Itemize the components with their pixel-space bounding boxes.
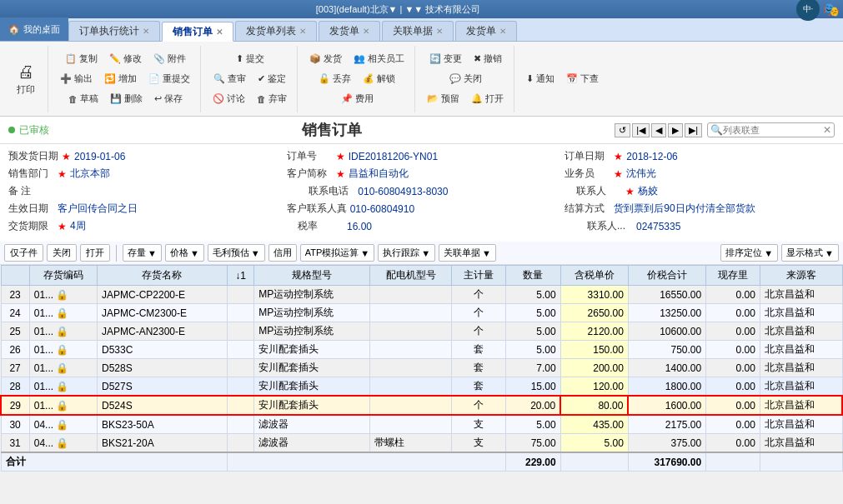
source-cell: 北京昌益和 bbox=[760, 322, 842, 341]
pre-ship-date-field: 预发货日期 ★ 2019-01-06 bbox=[8, 149, 278, 163]
nav-last[interactable]: ▶| bbox=[685, 123, 702, 137]
table-row[interactable]: 3004... 🔒BKS23-50A滤波器支5.00435.002175.000… bbox=[1, 415, 842, 434]
tab-shipment[interactable]: 发货单 ✕ bbox=[319, 21, 380, 41]
col-sort[interactable]: ↓1 bbox=[227, 266, 254, 286]
tab-shipment2[interactable]: 发货单 ✕ bbox=[455, 21, 517, 41]
delete-icon: 🗑 bbox=[68, 94, 78, 104]
sub-item-button[interactable]: 仅子件 bbox=[4, 244, 43, 262]
abandon-button[interactable]: 🚫 讨论 bbox=[208, 90, 250, 107]
save-button[interactable]: 💾 删除 bbox=[105, 90, 148, 107]
col-tax-total[interactable]: 价税合计 bbox=[628, 266, 705, 286]
draft-button[interactable]: 📄 重提交 bbox=[143, 70, 195, 87]
effective-label: 生效日期 bbox=[8, 202, 54, 216]
close-tab-shipment[interactable]: ✕ bbox=[363, 27, 369, 36]
home-tab[interactable]: 🏠 我的桌面 bbox=[0, 17, 68, 41]
inv-name-cell: JAPMC-AN2300-E bbox=[98, 322, 228, 341]
discard-icon: 🗑 bbox=[257, 94, 266, 104]
add-label: 输出 bbox=[74, 72, 93, 85]
related-docs-dropdown[interactable]: 关联单据 ▼ bbox=[439, 244, 496, 262]
table-row[interactable]: 2501... 🔒JAPMC-AN2300-EMP运动控制系统个5.002120… bbox=[1, 322, 842, 341]
col-source[interactable]: 来源客 bbox=[760, 266, 842, 286]
nav-first[interactable]: |◀ bbox=[632, 123, 650, 137]
contact-asterisk: ★ bbox=[625, 186, 635, 197]
price-dropdown[interactable]: 价格 ▼ bbox=[165, 244, 204, 262]
open-button[interactable]: 📂 预留 bbox=[422, 90, 464, 107]
add-button[interactable]: ➕ 输出 bbox=[55, 70, 98, 87]
discuss-button[interactable]: 💬 关闭 bbox=[444, 70, 487, 87]
table-row[interactable]: 2301... 🔒JAPMC-CP2200-EMP运动控制系统个5.003310… bbox=[1, 286, 842, 304]
inv-name-cell: BKS21-20A bbox=[98, 434, 228, 453]
close-item-button[interactable]: 关闭 bbox=[47, 244, 77, 262]
gross-profit-dropdown[interactable]: 毛利预估 ▼ bbox=[208, 244, 265, 262]
query-button[interactable]: 🔍 查审 bbox=[208, 70, 251, 87]
edit-button[interactable]: ✏️ 修改 bbox=[104, 50, 147, 67]
col-motor-type[interactable]: 配电机型号 bbox=[370, 266, 452, 286]
discard-button[interactable]: 🗑 弃审 bbox=[252, 90, 292, 107]
sort-dropdown[interactable]: 排序定位 ▼ bbox=[720, 244, 778, 262]
credit-label: 信用 bbox=[273, 247, 292, 259]
delete-button[interactable]: 🗑 草稿 bbox=[63, 90, 103, 107]
approve-button[interactable]: ✔ 鉴定 bbox=[253, 70, 291, 87]
ship-button[interactable]: 📦 发货 bbox=[304, 50, 347, 67]
tab-related[interactable]: 关联单据 ✕ bbox=[382, 21, 454, 41]
nav-refresh[interactable]: ↺ bbox=[615, 123, 630, 137]
table-footer: 合计 229.00 317690.00 bbox=[1, 452, 842, 472]
print-button[interactable]: 🖨 打印 bbox=[9, 59, 43, 99]
close-tab-order-exec[interactable]: ✕ bbox=[143, 27, 149, 36]
col-unit[interactable]: 主计量 bbox=[452, 266, 506, 286]
table-row[interactable]: 2901... 🔒D524S安川配套插头个20.0080.001600.000.… bbox=[1, 396, 842, 415]
notify-button[interactable]: 🔔 打开 bbox=[466, 90, 509, 107]
submit-label: 提交 bbox=[246, 52, 264, 65]
submit-button[interactable]: ⬆ 提交 bbox=[231, 50, 269, 67]
fax-value: 010-60804910 bbox=[350, 203, 414, 215]
tab-sales-order[interactable]: 销售订单 ✕ bbox=[162, 22, 233, 42]
revoke-button[interactable]: ↩ 保存 bbox=[149, 90, 188, 107]
nav-next[interactable]: ▶ bbox=[668, 123, 683, 137]
tab-order-exec[interactable]: 订单执行统计 ✕ bbox=[68, 21, 160, 41]
close-tab-shipment-list[interactable]: ✕ bbox=[299, 27, 306, 36]
resubmit-button[interactable]: 🔁 增加 bbox=[99, 70, 142, 87]
table-row[interactable]: 2401... 🔒JAPMC-CM2300-EMP运动控制系统个5.002650… bbox=[1, 304, 842, 322]
attach-button[interactable]: 📎 附件 bbox=[148, 50, 191, 67]
open-item-button[interactable]: 打开 bbox=[80, 244, 110, 262]
source-cell: 北京昌益和 bbox=[760, 415, 842, 434]
close-tab-shipment2[interactable]: ✕ bbox=[499, 27, 506, 36]
row-number: 28 bbox=[1, 377, 29, 397]
lock-icon-cell bbox=[227, 415, 254, 434]
tax-total-cell: 2175.00 bbox=[628, 415, 705, 434]
col-qty[interactable]: 数量 bbox=[505, 266, 560, 286]
reserve-button[interactable]: 📌 费用 bbox=[336, 90, 379, 107]
col-stock[interactable]: 现存里 bbox=[706, 266, 760, 286]
credit-dropdown[interactable]: 信用 bbox=[268, 244, 297, 262]
table-row[interactable]: 2801... 🔒D527S安川配套插头套15.00120.001800.000… bbox=[1, 377, 842, 397]
nav-prev[interactable]: ◀ bbox=[651, 123, 666, 137]
resubmit-label: 增加 bbox=[118, 72, 137, 85]
download-button[interactable]: ⬇ 通知 bbox=[521, 70, 559, 87]
close-tab-related[interactable]: ✕ bbox=[436, 27, 443, 36]
close-button[interactable]: ✖ 撤销 bbox=[469, 50, 507, 67]
add-icon: ➕ bbox=[60, 73, 72, 84]
change-button[interactable]: 🔄 变更 bbox=[424, 50, 467, 67]
inv-code-cell: 04... 🔒 bbox=[29, 415, 97, 434]
payment-field: 结算方式 货到票到后90日内付清全部货款 bbox=[565, 202, 835, 216]
col-unit-price[interactable]: 含税单价 bbox=[560, 266, 628, 286]
table-row[interactable]: 2701... 🔒D528S安川配套插头套7.00200.001400.000.… bbox=[1, 359, 842, 377]
display-dropdown[interactable]: 显示格式 ▼ bbox=[781, 244, 839, 262]
view-day-button[interactable]: 📅 下查 bbox=[561, 70, 604, 87]
resolve-button[interactable]: 🔓 丢弃 bbox=[314, 70, 356, 87]
tab-shipment-list[interactable]: 发货单列表 ✕ bbox=[235, 21, 317, 41]
copy-button[interactable]: 📋 复制 bbox=[60, 50, 103, 67]
close-tab-sales-order[interactable]: ✕ bbox=[216, 27, 223, 37]
col-inv-code[interactable]: 存货编码 bbox=[29, 266, 97, 286]
exec-track-dropdown[interactable]: 执行跟踪 ▼ bbox=[378, 244, 435, 262]
clear-search-icon[interactable]: ✕ bbox=[823, 124, 831, 136]
col-inv-name[interactable]: 存货名称 bbox=[98, 266, 228, 286]
staff-button[interactable]: 👥 相关员工 bbox=[349, 50, 409, 67]
atp-dropdown[interactable]: ATP模拟运算 ▼ bbox=[300, 244, 374, 262]
table-row[interactable]: 2601... 🔒D533C安川配套插头套5.00150.00750.000.0… bbox=[1, 341, 842, 359]
search-input[interactable] bbox=[723, 125, 823, 135]
col-spec-type[interactable]: 规格型号 bbox=[254, 266, 370, 286]
table-row[interactable]: 3104... 🔒BKS21-20A滤波器带螺柱支75.005.00375.00… bbox=[1, 434, 842, 453]
fee-button[interactable]: 💰 解锁 bbox=[358, 70, 400, 87]
inventory-dropdown[interactable]: 存量 ▼ bbox=[123, 244, 162, 262]
